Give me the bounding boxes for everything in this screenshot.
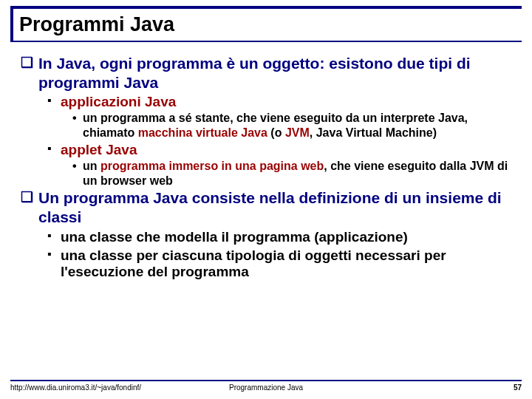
text-span: , Java Virtual Machine) bbox=[310, 126, 437, 139]
bullet-lvl1: In Java, ogni programma è un oggetto: es… bbox=[21, 54, 517, 92]
bullet-lvl3: un programma immerso in una pagina web, … bbox=[21, 159, 517, 188]
title-block: Programmi Java bbox=[10, 6, 522, 42]
page-number: 57 bbox=[514, 383, 522, 392]
slide-title: Programmi Java bbox=[19, 13, 522, 36]
text-span: un bbox=[83, 160, 100, 172]
text-span: (o bbox=[267, 126, 285, 139]
bullet-lvl1: Un programma Java consiste nella definiz… bbox=[21, 188, 517, 226]
bullet-lvl2: applicazioni Java bbox=[21, 94, 517, 110]
content-area: In Java, ogni programma è un oggetto: es… bbox=[10, 54, 522, 280]
bullet-lvl3: un programma a sé stante, che viene eseg… bbox=[21, 111, 517, 140]
footer: http://www.dia.uniroma3.it/~java/fondinf… bbox=[10, 380, 522, 392]
footer-title: Programmazione Java bbox=[229, 383, 303, 392]
bullet-lvl2: applet Java bbox=[21, 142, 517, 158]
footer-url: http://www.dia.uniroma3.it/~java/fondinf… bbox=[10, 383, 141, 392]
highlight-span: macchina virtuale Java bbox=[138, 126, 267, 139]
bullet-lvl2: una classe per ciascuna tipologia di ogg… bbox=[21, 248, 517, 280]
bullet-lvl2: una classe che modella il programma (app… bbox=[21, 229, 517, 245]
slide: Programmi Java In Java, ogni programma è… bbox=[0, 0, 532, 399]
highlight-span: programma immerso in una pagina web bbox=[100, 160, 324, 172]
highlight-span: JVM bbox=[285, 126, 310, 139]
